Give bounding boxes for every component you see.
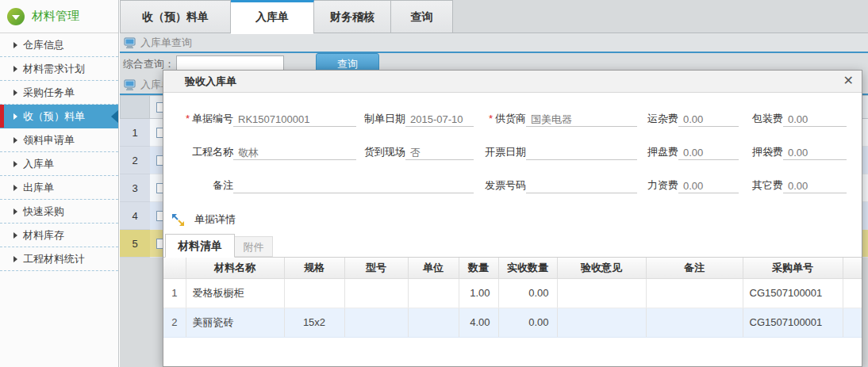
caret-icon — [13, 137, 17, 143]
cell-acceptance-opinion[interactable] — [557, 308, 646, 337]
cell-row-number: 2 — [163, 308, 186, 337]
cell-purchase-order-no[interactable]: CG1507100001 — [743, 278, 843, 308]
cell-remark[interactable] — [646, 278, 743, 308]
cell-unit[interactable] — [408, 278, 459, 308]
close-icon[interactable]: ✕ — [843, 74, 854, 88]
sidebar-item-warehouse-info[interactable]: 仓库信息 — [0, 33, 118, 57]
field-label: 开票日期 — [477, 145, 526, 159]
field-label: *供货商 — [477, 112, 526, 126]
field-other-fee[interactable]: 0.00 — [783, 178, 847, 193]
cell-purchase-order-no[interactable]: CG1507100001 — [743, 308, 843, 337]
caret-icon — [13, 113, 17, 120]
cell-quantity[interactable]: 1.00 — [459, 278, 498, 308]
field-pallet-fee[interactable]: 0.00 — [678, 145, 739, 160]
section-header: 入库单查询 — [120, 33, 868, 53]
field-doc-no[interactable]: RK1507100001 — [233, 112, 356, 127]
tab-bar: 收（预）料单 入库单 财务稽核 查询 — [120, 0, 868, 33]
sidebar-item-material-request[interactable]: 领料申请单 — [0, 128, 118, 152]
field-supplier[interactable]: 国美电器 — [526, 112, 637, 127]
tab-finance-audit[interactable]: 财务稽核 — [314, 0, 391, 33]
field-make-date[interactable]: 2015-07-10 — [405, 112, 474, 127]
field-project-name[interactable]: 敬林 — [233, 145, 356, 160]
col-remark: 备注 — [646, 258, 743, 278]
field-label: *单据编号 — [163, 112, 233, 126]
sidebar: 材料管理 仓库信息 材料需求计划 采购任务单 收（预）料单 领料申请单 入库单 … — [0, 0, 119, 367]
tab-material-list[interactable]: 材料清单 — [165, 234, 235, 258]
field-remark[interactable] — [233, 178, 474, 193]
col-unit: 单位 — [408, 258, 459, 278]
cell-model[interactable] — [344, 308, 408, 337]
col-quantity: 数量 — [459, 258, 498, 278]
caret-icon — [13, 66, 17, 72]
sidebar-header[interactable]: 材料管理 — [0, 0, 118, 33]
sidebar-item-label: 领料申请单 — [23, 133, 75, 147]
expand-collapse-icon[interactable] — [171, 213, 185, 227]
sidebar-item-receive-material-order[interactable]: 收（预）料单 — [0, 105, 118, 128]
sidebar-item-material-stock[interactable]: 材料库存 — [0, 224, 118, 247]
sidebar-item-purchase-task[interactable]: 采购任务单 — [0, 81, 118, 105]
field-label: 备注 — [163, 178, 233, 193]
caret-icon — [13, 161, 17, 167]
sidebar-item-outbound-order[interactable]: 出库单 — [0, 176, 118, 200]
field-packing-fee[interactable]: 0.00 — [783, 112, 847, 127]
form-row: *单据编号 RK1507100001 制单日期 2015-07-10 *供货商 … — [163, 102, 862, 136]
sidebar-item-material-demand-plan[interactable]: 材料需求计划 — [0, 57, 118, 81]
row-number: 4 — [120, 202, 150, 230]
cell-material-name[interactable]: 美丽瓷砖 — [186, 308, 284, 337]
col-acceptance-opinion: 验收意见 — [557, 258, 646, 278]
table-row[interactable]: 2 美丽瓷砖 15x2 4.00 0.00 CG1507100001 — [163, 308, 862, 337]
field-label: 运杂费 — [643, 112, 678, 126]
cell-model[interactable] — [344, 278, 408, 308]
row-number: 5 — [120, 230, 150, 258]
sidebar-menu: 仓库信息 材料需求计划 采购任务单 收（预）料单 领料申请单 入库单 出库单 快… — [0, 33, 118, 271]
monitor-icon — [124, 79, 136, 90]
field-label: 押盘费 — [643, 145, 678, 159]
field-invoice-date[interactable] — [526, 145, 637, 160]
cell-unit[interactable] — [408, 308, 459, 337]
caret-icon — [13, 42, 17, 48]
field-invoice-no[interactable] — [526, 178, 637, 193]
field-bag-fee[interactable]: 0.00 — [783, 145, 847, 160]
cell-received-quantity[interactable]: 0.00 — [498, 278, 557, 308]
tab-inbound-order[interactable]: 入库单 — [231, 0, 314, 34]
table-header-row: 材料名称 规格 型号 单位 数量 实收数量 验收意见 备注 采购单号 — [163, 258, 862, 278]
section-title: 入库单查询 — [140, 36, 192, 50]
field-label: 押袋费 — [745, 145, 783, 159]
field-freight-fee[interactable]: 0.00 — [678, 112, 739, 127]
col-received-quantity: 实收数量 — [498, 258, 557, 278]
cell-spec[interactable]: 15x2 — [284, 308, 344, 337]
cell-received-quantity[interactable]: 0.00 — [498, 308, 557, 337]
form-row: 备注 发票号码 力资费 0.00 其它费 0.00 — [163, 169, 862, 202]
cell-quantity[interactable]: 4.00 — [459, 308, 498, 337]
caret-icon — [13, 90, 17, 96]
cell-filler — [843, 308, 862, 337]
field-labor-fee[interactable]: 0.00 — [678, 178, 739, 193]
cell-acceptance-opinion[interactable] — [557, 278, 646, 308]
tab-receive-material-order[interactable]: 收（预）料单 — [120, 0, 231, 33]
modal-header[interactable]: 验收入库单 ✕ — [163, 71, 862, 93]
modal-body: *单据编号 RK1507100001 制单日期 2015-07-10 *供货商 … — [163, 93, 862, 338]
col-filler — [843, 258, 862, 278]
field-label: 发票号码 — [477, 178, 526, 193]
cell-material-name[interactable]: 爱格板橱柜 — [186, 278, 284, 308]
tab-query[interactable]: 查询 — [391, 0, 453, 33]
sidebar-item-label: 材料库存 — [23, 228, 64, 243]
sidebar-item-label: 收（预）料单 — [23, 109, 85, 124]
row-number: 3 — [120, 174, 150, 202]
cell-filler — [843, 278, 862, 308]
cell-row-number: 1 — [163, 278, 186, 308]
sidebar-item-inbound-order[interactable]: 入库单 — [0, 152, 118, 176]
field-label: 制单日期 — [359, 112, 405, 126]
module-collapse-icon[interactable] — [7, 8, 25, 25]
tab-attachments[interactable]: 附件 — [235, 236, 273, 257]
material-table: 材料名称 规格 型号 单位 数量 实收数量 验收意见 备注 采购单号 1 — [163, 258, 862, 338]
field-goods-arrived[interactable]: 否 — [405, 145, 474, 160]
row-number-header — [120, 95, 150, 119]
form-row: 工程名称 敬林 货到现场 否 开票日期 押盘费 0.00 押袋费 0.00 — [163, 136, 862, 169]
cell-remark[interactable] — [646, 308, 743, 337]
cell-spec[interactable] — [284, 278, 344, 308]
field-label: 包装费 — [745, 112, 783, 126]
sidebar-item-project-material-stats[interactable]: 工程材料统计 — [0, 247, 118, 271]
sidebar-item-quick-purchase[interactable]: 快速采购 — [0, 200, 118, 224]
table-row[interactable]: 1 爱格板橱柜 1.00 0.00 CG1507100001 — [163, 278, 862, 308]
